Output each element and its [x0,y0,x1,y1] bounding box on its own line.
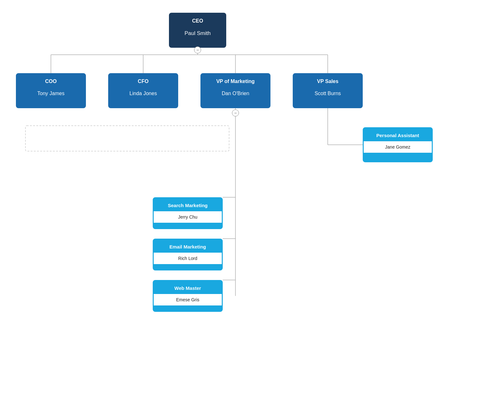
svg-rect-7 [25,126,229,151]
coo-node[interactable]: COO Tony James [16,73,86,108]
search-marketing-node[interactable]: Search Marketing Jerry Chu [153,197,223,229]
search-marketing-name: Jerry Chu [154,211,222,223]
web-master-node[interactable]: Web Master Emese Gris [153,280,223,312]
org-chart: CEO Paul Smith − COO Tony James CFO Lind… [0,0,504,420]
web-master-name: Emese Gris [154,294,222,305]
collapse-vp-marketing-button[interactable]: − [232,109,239,116]
search-marketing-title: Search Marketing [154,198,222,211]
coo-name: Tony James [17,88,85,100]
vp-marketing-name: Dan O'Brien [201,88,270,100]
personal-assistant-title: Personal Assistant [364,128,432,141]
email-marketing-name: Rich Lord [154,253,222,264]
connectors-svg [0,0,504,420]
cfo-name: Linda Jones [109,88,177,100]
email-marketing-node[interactable]: Email Marketing Rich Lord [153,239,223,270]
personal-assistant-node[interactable]: Personal Assistant Jane Gomez [363,127,433,162]
ceo-node[interactable]: CEO Paul Smith [169,13,226,48]
cfo-node[interactable]: CFO Linda Jones [108,73,178,108]
collapse-ceo-button[interactable]: − [194,46,201,53]
personal-assistant-name: Jane Gomez [364,141,432,153]
cfo-title: CFO [109,74,177,88]
vp-sales-node[interactable]: VP Sales Scott Burns [293,73,363,108]
web-master-title: Web Master [154,281,222,294]
vp-sales-name: Scott Burns [294,88,362,100]
ceo-title: CEO [170,14,225,27]
vp-marketing-node[interactable]: VP of Marketing Dan O'Brien [200,73,270,108]
ceo-name: Paul Smith [170,27,225,40]
vp-marketing-title: VP of Marketing [201,74,270,88]
coo-title: COO [17,74,85,88]
email-marketing-title: Email Marketing [154,240,222,253]
vp-sales-title: VP Sales [294,74,362,88]
